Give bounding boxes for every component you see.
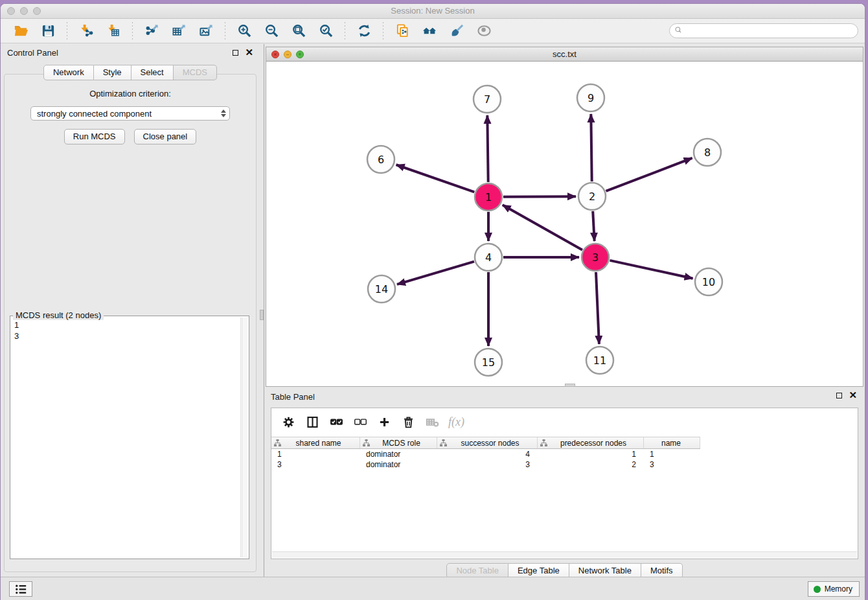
network-area: × − + scc.txt 7968124314101511 [264,44,865,577]
network-close-icon[interactable]: × [271,51,279,58]
table-settings-icon[interactable] [280,414,296,430]
cell: 3 [271,460,360,469]
graph-edge-2-3[interactable] [593,211,594,241]
dropdown-value: strongly connected component [37,109,152,119]
graph-node-label: 11 [593,354,606,367]
zoom-fit-icon[interactable] [289,21,308,41]
zoom-in-icon[interactable] [234,21,254,41]
panel-splitter[interactable] [260,44,264,577]
optimization-criterion-dropdown[interactable]: strongly connected component [30,106,230,121]
network-window-titlebar[interactable]: × − + scc.txt [266,47,863,62]
refresh-icon[interactable] [354,21,374,41]
import-network-icon[interactable] [76,21,96,41]
float-table-panel-icon[interactable] [836,393,842,398]
network-maximize-icon[interactable]: + [296,51,304,58]
open-session-icon[interactable] [11,21,30,41]
tab-mcds[interactable]: MCDS [174,65,217,80]
column-header-name[interactable]: name [644,437,700,448]
toolbar-separator [225,22,225,40]
graph-edge-3-11[interactable] [596,272,599,344]
add-row-icon[interactable] [376,414,392,430]
home-icon[interactable] [420,21,439,41]
mcds-panel: Optimization criterion: strongly connect… [4,74,257,572]
minimize-window-icon[interactable] [20,7,28,15]
close-panel-button[interactable]: Close panel [134,129,197,144]
export-network-icon[interactable] [142,21,161,41]
graph-edge-3-10[interactable] [610,260,692,279]
run-mcds-button[interactable]: Run MCDS [64,129,125,144]
graph-node-label: 6 [378,154,384,166]
cell: 1 [538,450,644,459]
window-controls [7,7,41,15]
list-icon [14,582,29,597]
node-table: f(x) shared nameMCDS rolesuccessor nodes… [271,408,858,559]
table-panel-title: Table Panel [271,392,315,402]
duplicate-network-icon[interactable] [393,21,412,41]
status-bar: Memory [1,577,865,600]
splitter-handle-icon[interactable] [260,310,264,320]
cell: 3 [437,460,538,469]
search-input[interactable] [669,23,858,38]
float-panel-icon[interactable] [233,50,238,56]
save-session-icon[interactable] [38,21,58,41]
graph-edge-1-2[interactable] [503,196,576,197]
network-resize-handle[interactable] [565,384,575,387]
graph-edge-1-6[interactable] [396,165,475,192]
optimization-criterion-label: Optimization criterion: [5,89,256,98]
cell: 1 [271,450,360,459]
show-log-button[interactable] [9,581,32,597]
main-toolbar [1,19,865,43]
tab-network[interactable]: Network [43,65,94,80]
table-header-row: shared nameMCDS rolesuccessor nodesprede… [271,437,700,449]
mcds-result-group: MCDS result (2 nodes) 1 3 [10,316,249,559]
graph-node-label: 15 [482,356,495,369]
table-horizontal-scrollbar[interactable] [272,551,857,558]
close-panel-icon[interactable]: ✕ [245,49,253,56]
result-scrollbar[interactable] [242,317,247,557]
mcds-result-text[interactable]: 1 3 [12,317,241,557]
export-image-icon[interactable] [196,21,216,41]
column-header-successor-nodes[interactable]: successor nodes [437,437,538,448]
graph-edge-4-14[interactable] [397,262,474,284]
zoom-out-icon[interactable] [262,21,281,41]
graph-node-label: 1 [485,191,492,203]
search-container [669,23,858,38]
network-graph[interactable]: 7968124314101511 [266,62,865,387]
tab-select[interactable]: Select [131,65,174,80]
cell: 4 [437,450,538,459]
zoom-window-icon[interactable] [33,7,41,15]
network-minimize-icon[interactable]: − [284,51,291,58]
select-all-icon[interactable] [328,414,344,430]
graph-node-label: 14 [375,283,388,295]
memory-status-icon [814,586,821,593]
search-icon [674,26,685,36]
column-header-shared-name[interactable]: shared name [271,437,360,448]
column-header-MCDS-role[interactable]: MCDS role [360,437,437,448]
tab-style[interactable]: Style [94,65,131,80]
graph-edge-3-1[interactable] [503,205,582,249]
zoom-selected-icon[interactable] [316,21,336,41]
memory-button[interactable]: Memory [808,581,860,597]
table-toolbar: f(x) [271,408,858,434]
import-table-icon[interactable] [104,21,123,41]
close-window-icon[interactable] [7,7,15,15]
control-panel: Control Panel ✕ NetworkStyleSelectMCDS O… [1,44,260,577]
network-canvas[interactable]: 7968124314101511 [266,62,863,386]
cell: 2 [538,460,644,469]
table-row[interactable]: 1dominator411 [271,449,700,459]
graph-edge-2-9[interactable] [591,114,591,181]
memory-label: Memory [825,584,852,594]
graph-edge-2-8[interactable] [606,158,692,191]
graph-edge-1-7[interactable] [487,115,488,182]
close-table-panel-icon[interactable]: ✕ [849,391,857,399]
delete-row-icon[interactable] [400,414,416,430]
cell: dominator [360,450,437,459]
control-panel-title: Control Panel [7,48,58,58]
column-visibility-icon[interactable] [304,414,320,430]
toggle-graphics-details-icon[interactable] [447,21,466,41]
table-row[interactable]: 3dominator323 [271,459,700,470]
deselect-all-icon[interactable] [352,414,368,430]
column-header-predecessor-nodes[interactable]: predecessor nodes [538,437,644,448]
bird-eye-view-icon[interactable] [474,21,494,41]
export-table-icon[interactable] [169,21,188,41]
